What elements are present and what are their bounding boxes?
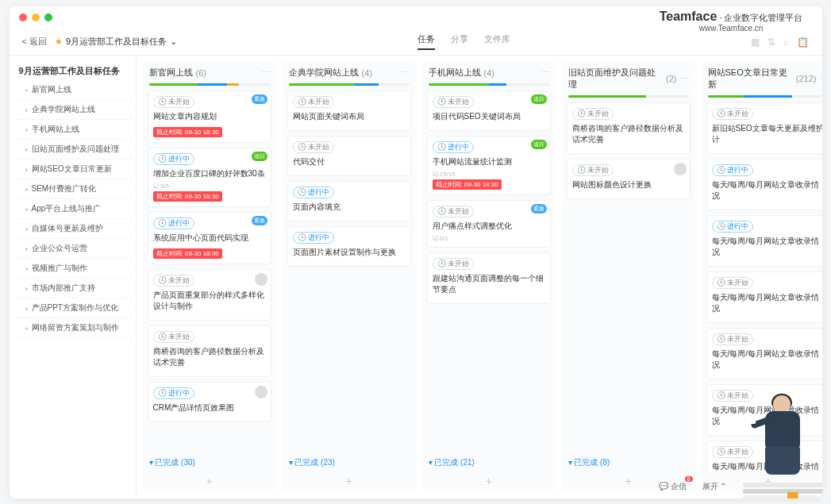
task-card[interactable]: 🕓 未开始紧急用户痛点样式调整优化☑ 0/1 [427,200,551,248]
max-dot[interactable] [44,13,52,21]
tab-share[interactable]: 分享 [451,33,468,50]
task-card[interactable]: 🕓 未开始每天/每周/每月网站文章收录情况 [706,384,822,436]
card-title: 新旧站SEO文章每天更新及维护计 [712,123,822,145]
status-badge: 🕓 进行中 [433,141,475,153]
sidebar-item[interactable]: 网站SEO文章日常更新 [13,160,133,179]
sidebar-item[interactable]: 市场内部推广支持 [13,279,133,298]
brand: Teamface · 企业数字化管理平台 www.Teamface.cn [660,10,803,33]
add-card-button[interactable]: + [283,471,416,491]
notify-button[interactable]: 💬 企信 [659,481,687,492]
column-more-icon[interactable]: ⋯ [541,67,549,78]
task-card[interactable]: 🕓 进行中页面图片素材设置制作与更换 [287,226,411,267]
column-count: (6) [196,68,206,78]
done-toggle[interactable]: ▾ 已完成 (21) [422,454,556,471]
column-more-icon[interactable]: ⋯ [820,74,822,84]
task-card[interactable]: 🕓 进行中追踪增加企业百度口碑的好评数30条☑ 3/5截止时间: 09-30 1… [148,148,271,207]
task-card[interactable]: 🕓 进行中CRM产品详情页效果图 [148,382,271,422]
card-title: CRM产品详情页效果图 [153,402,266,414]
task-card[interactable]: 🕓 进行中紧急系统应用中心页面代码实现截止时间: 09-30 18:00 [148,212,271,264]
column-count: (4) [484,68,494,78]
task-card[interactable]: 🕓 未开始代码交付 [287,136,411,176]
task-card[interactable]: 🕓 未开始跟建站沟通页面调整的每一个细节要点 [427,252,551,304]
star-icon: ★ [55,37,63,47]
column-title: 企典学院网站上线 [289,67,359,79]
sidebar-item[interactable]: 企业公众号运营 [13,239,133,259]
task-card[interactable]: 🕓 未开始每天/每周/每月网站文章收录情况 [706,328,822,379]
column-more-icon[interactable]: ⋯ [261,67,270,78]
task-card[interactable]: 🕓 未开始每天/每周/每月网站文章收录情况 [706,271,822,323]
tab-tasks[interactable]: 任务 [417,33,435,50]
footer-bar: 💬 企信 展开 ⌃ [659,481,727,492]
back-button[interactable]: < 返回 [22,36,47,48]
column-more-icon[interactable]: ⋯ [401,67,410,78]
board-column: 旧站页面维护及问题处理 (2)⋯🕓 未开始商桥咨询的客户路径数据分析及话术完善🕓… [562,62,695,491]
task-card[interactable]: 🕓 进行中每天/每周/每月网站文章收录情况 [706,159,822,210]
min-dot[interactable] [32,13,40,21]
task-card[interactable]: 🕓 未开始网站页面关键词布局 [287,90,411,131]
clipboard-icon[interactable]: 📋 [797,37,809,48]
done-toggle[interactable]: ▾ 已完成 (8) [562,454,695,471]
sidebar-item[interactable]: 自媒体号更新及维护 [13,219,133,239]
sidebar-item[interactable]: 产品PPT方案制作与优化 [13,298,133,318]
avatar [255,273,267,286]
card-title: 每天/每周/每月网站文章收录情况 [712,405,822,427]
sidebar-item[interactable]: 手机网站上线 [13,120,133,140]
toolbar-icons: ▦ ⇅ ⌕ 📋 [751,37,809,48]
column-title: 网站SEO文章日常更新 [708,67,793,90]
task-card[interactable]: 🕓 进行中每天/每周/每月网站文章收录情况 [706,215,822,267]
add-card-button[interactable]: + [143,471,276,491]
sidebar-item[interactable]: 旧站页面维护及问题处理 [13,140,133,160]
sidebar-item[interactable]: SEM付费推广转化 [13,179,133,199]
card-title: 每天/每周/每月网站文章收录情况 [712,461,822,471]
priority-tag: 追踪 [531,94,547,104]
kanban-board: 新官网上线 (6)⋯🕓 未开始紧急网站文章内容规划截止时间: 09-30 18:… [137,56,822,497]
sidebar-item[interactable]: 网络留资方案策划与制作 [13,318,133,338]
status-badge: 🕓 未开始 [293,96,335,108]
filter-icon[interactable]: ⇅ [768,37,775,48]
sidebar-item[interactable]: App平台上线与推广 [13,199,133,219]
task-card[interactable]: 🕓 未开始商桥咨询的客户路径数据分析及话术完善 [567,102,691,154]
status-badge: 🕓 进行中 [293,232,335,244]
status-badge: 🕓 未开始 [293,141,335,153]
task-card[interactable]: 🕓 未开始每天/每周/每月网站文章收录情况 [706,441,822,471]
done-toggle[interactable]: ▾ 已完成 (23) [283,454,416,471]
breadcrumb[interactable]: ★ 9月运营部工作及目标任务 ⌄ [55,36,177,48]
card-title: 每天/每周/每月网站文章收录情况 [712,236,822,258]
card-title: 系统应用中心页面代码实现 [153,233,266,244]
task-card[interactable]: 🕓 未开始新旧站SEO文章每天更新及维护计 [706,102,822,154]
task-card[interactable]: 🕓 未开始产品页面重复部分的样式多样化设计与制作 [148,269,271,321]
task-card[interactable]: 🕓 进行中追踪手机网站流量统计监测☑ 15/15截止时间: 09-30 18:3… [427,136,551,195]
card-title: 每天/每周/每月网站文章收录情况 [712,179,822,202]
add-card-button[interactable]: + [422,471,556,491]
avatar [255,386,267,398]
chevron-down-icon: ⌄ [170,37,177,47]
task-card[interactable]: 🕓 未开始追踪项目代码SEO关键词布局 [427,90,551,131]
task-card[interactable]: 🕓 进行中页面内容填充 [287,181,411,221]
tab-files[interactable]: 文件库 [484,33,510,50]
sidebar-item[interactable]: 新官网上线 [13,80,133,100]
status-badge: 🕓 未开始 [433,258,475,270]
card-title: 网站文章内容规划 [153,111,266,122]
card-title: 项目代码SEO关键词布局 [433,111,545,122]
task-card[interactable]: 🕓 未开始商桥咨询的客户路径数据分析及话术完善 [148,325,271,377]
card-title: 代码交付 [293,156,406,167]
done-toggle[interactable]: ▾ 已完成 (30) [143,454,276,471]
column-count: (212) [796,74,817,83]
search-icon[interactable]: ⌕ [783,37,789,48]
task-card[interactable]: 🕓 未开始紧急网站文章内容规划截止时间: 09-30 18:30 [148,90,271,143]
priority-tag: 紧急 [252,216,267,225]
card-meta: ☑ 3/5 [153,183,266,190]
status-badge: 🕓 进行中 [153,217,195,229]
expand-button[interactable]: 展开 ⌃ [702,481,727,492]
column-title: 手机网站上线 [429,67,481,79]
sidebar-item[interactable]: 视频推广与制作 [13,259,133,279]
card-title: 每天/每周/每月网站文章收录情况 [712,292,822,314]
sidebar-item[interactable]: 企典学院网站上线 [13,100,133,120]
column-count: (2) [666,74,676,83]
close-dot[interactable] [19,13,27,21]
board-column: 新官网上线 (6)⋯🕓 未开始紧急网站文章内容规划截止时间: 09-30 18:… [143,62,276,491]
task-card[interactable]: 🕓 未开始网站图标颜色设计更换 [567,159,691,199]
card-title: 产品页面重复部分的样式多样化设计与制作 [153,290,266,312]
column-more-icon[interactable]: ⋯ [680,74,689,84]
grid-icon[interactable]: ▦ [751,37,760,48]
